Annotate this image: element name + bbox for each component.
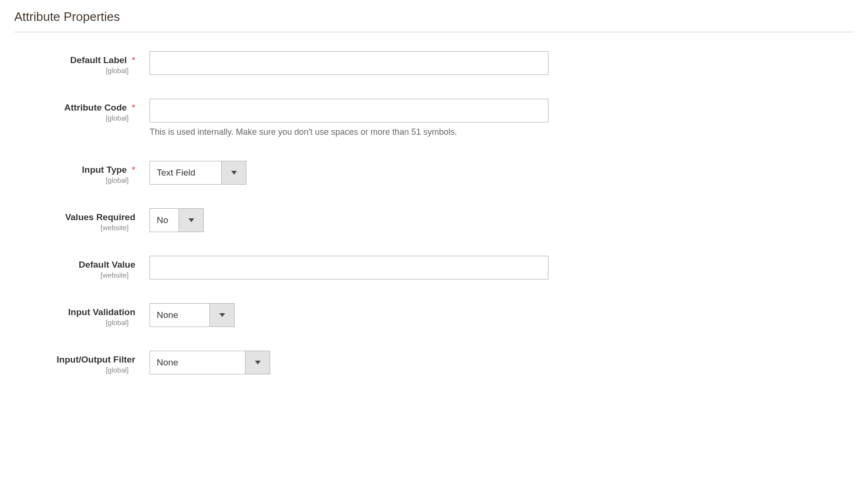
label-default-label: Default Label * [global] (14, 51, 150, 75)
row-attribute-code: Attribute Code * [global] This is used i… (14, 99, 854, 137)
chevron-down-icon (179, 209, 203, 232)
scope-label: [global] (14, 366, 135, 374)
select-value: No (150, 209, 179, 232)
svg-marker-1 (189, 218, 194, 222)
label-text: Values Required (65, 212, 135, 222)
chevron-down-icon (221, 161, 246, 184)
scope-label: [global] (14, 318, 135, 326)
label-input-validation: Input Validation [global] (14, 303, 150, 326)
input-col (150, 51, 553, 75)
label-text: Input Type (82, 165, 127, 175)
scope-label: [global] (14, 66, 135, 75)
select-value: Text Field (150, 161, 221, 184)
row-input-type: Input Type * [global] Text Field (14, 161, 854, 185)
row-input-validation: Input Validation [global] None (14, 303, 854, 327)
label-values-required: Values Required [website] (14, 208, 150, 232)
input-col (150, 256, 553, 280)
input-output-filter-select[interactable]: None (150, 351, 270, 374)
label-text: Input Validation (68, 307, 135, 317)
attribute-properties-section: Attribute Properties Default Label * [gl… (14, 9, 854, 374)
default-label-input[interactable] (150, 51, 548, 75)
chevron-down-icon (209, 304, 234, 326)
select-value: None (150, 351, 245, 374)
svg-marker-0 (231, 171, 237, 175)
section-title: Attribute Properties (14, 9, 854, 32)
scope-label: [website] (14, 224, 135, 232)
input-col: None (150, 351, 553, 374)
chevron-down-icon (245, 351, 270, 374)
input-validation-select[interactable]: None (150, 303, 235, 327)
input-col: This is used internally. Make sure you d… (150, 99, 553, 137)
label-text: Input/Output Filter (57, 354, 135, 364)
select-value: None (150, 304, 209, 326)
label-attribute-code: Attribute Code * [global] (14, 99, 150, 122)
input-type-select[interactable]: Text Field (150, 161, 246, 185)
scope-label: [global] (14, 114, 135, 122)
input-col: None (150, 303, 553, 327)
label-text: Default Label (70, 55, 127, 65)
attribute-code-input[interactable] (150, 99, 548, 122)
input-col: Text Field (150, 161, 553, 185)
svg-marker-2 (219, 313, 225, 317)
label-input-output-filter: Input/Output Filter [global] (14, 351, 150, 374)
label-text: Attribute Code (64, 103, 127, 112)
attribute-code-hint: This is used internally. Make sure you d… (150, 127, 553, 137)
label-default-value: Default Value [website] (14, 256, 150, 279)
required-asterisk: * (132, 165, 135, 175)
input-col: No (150, 208, 553, 232)
values-required-select[interactable]: No (150, 208, 204, 232)
scope-label: [website] (14, 271, 135, 279)
row-input-output-filter: Input/Output Filter [global] None (14, 351, 854, 374)
required-asterisk: * (132, 103, 135, 112)
row-default-label: Default Label * [global] (14, 51, 854, 75)
label-text: Default Value (79, 260, 135, 270)
row-default-value: Default Value [website] (14, 256, 854, 280)
scope-label: [global] (14, 176, 135, 184)
svg-marker-3 (255, 361, 261, 364)
row-values-required: Values Required [website] No (14, 208, 854, 232)
default-value-input[interactable] (150, 256, 548, 280)
required-asterisk: * (132, 55, 135, 65)
label-input-type: Input Type * [global] (14, 161, 150, 184)
